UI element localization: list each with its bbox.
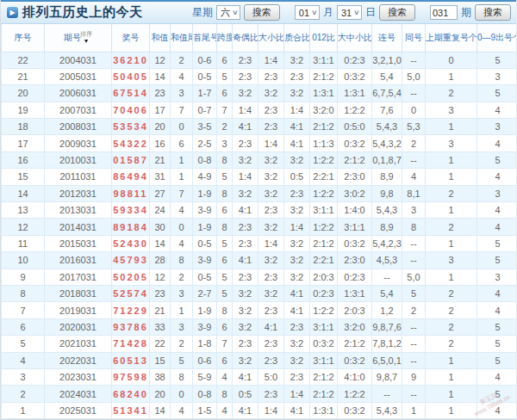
cell-digit-count: 3 bbox=[477, 185, 517, 201]
cell-big-mid-small: 2:0:3 bbox=[338, 302, 372, 318]
cell-first-last: 3-9 bbox=[193, 318, 217, 335]
table-row: 72019031712292111-983:22:34:11:2:22:0:31… bbox=[2, 302, 517, 318]
month-select[interactable]: 01 ∨ bbox=[295, 5, 320, 20]
cell-digit-count: 4 bbox=[477, 169, 517, 185]
cell-digit-count: 3 bbox=[477, 68, 517, 84]
cell-span: 7 bbox=[217, 102, 233, 118]
cell-same: -- bbox=[402, 352, 426, 368]
cell-odd-even: 2:3 bbox=[233, 269, 258, 285]
cell-prev-repeat: 2 bbox=[426, 336, 477, 352]
cell-big-small: 2:3 bbox=[258, 102, 284, 118]
week-select[interactable]: 六 ∨ bbox=[216, 5, 240, 20]
cell-big-small: 2:3 bbox=[258, 119, 284, 135]
cell-big-mid-small: 0:2:3 bbox=[338, 52, 372, 68]
chevron-down-icon: ∨ bbox=[353, 9, 360, 16]
cell-same: -- bbox=[402, 52, 426, 68]
cell-sum-tail: 4 bbox=[171, 402, 193, 418]
cell-prev-repeat: 3 bbox=[426, 252, 477, 269]
col-big-small: 大小比 bbox=[258, 24, 284, 52]
cell-digit-count: 4 bbox=[477, 368, 517, 385]
cell-big-mid-small: 0:3:2 bbox=[338, 402, 372, 418]
month-select-value: 01 bbox=[299, 8, 309, 18]
cell-odd-even: 0:5 bbox=[233, 386, 258, 402]
table-row: 132013031593342443-964:12:33:23:1:11:4:0… bbox=[2, 202, 517, 219]
pailie5-history-panel: ▶ 排列五历史上的今天 星期 六 ∨ 搜索 01 ∨ 月 31 ∨ 日 搜索 bbox=[0, 0, 517, 420]
cell-sum-tail: 3 bbox=[171, 318, 193, 335]
cell-digit-count: 4 bbox=[477, 402, 517, 418]
date-search-button[interactable]: 搜索 bbox=[379, 4, 415, 21]
cell-digit-count: 3 bbox=[477, 119, 517, 135]
cell-sum: 24 bbox=[150, 202, 171, 219]
cell-same: 5,0 bbox=[402, 68, 426, 84]
cell-consecutive: 3,2,1,0 bbox=[372, 52, 402, 68]
cell-issue: 2007031 bbox=[45, 102, 112, 118]
cell-prize: 70406 bbox=[112, 102, 150, 118]
cell-big-mid-small: 0:2:3 bbox=[338, 269, 372, 285]
cell-prev-repeat: 2 bbox=[426, 219, 477, 235]
issue-label: 期 bbox=[461, 5, 471, 20]
cell-prev-repeat: 1 bbox=[426, 68, 477, 84]
issue-input[interactable] bbox=[430, 5, 458, 20]
table-row: 32023031975983885-944:15:02:32:1:24:1:09… bbox=[2, 368, 517, 385]
cell-same: 9 bbox=[402, 368, 426, 385]
sort-arrow-icon: ▼ bbox=[84, 38, 90, 44]
cell-prime-composite: 3:2 bbox=[284, 269, 310, 285]
cell-prize: 68240 bbox=[112, 386, 150, 402]
cell-sum: 14 bbox=[150, 68, 171, 84]
cell-issue: 2014031 bbox=[45, 219, 112, 235]
cell-seq: 1 bbox=[2, 402, 45, 418]
cell-issue: 2009031 bbox=[45, 135, 112, 151]
cell-same: 5,0 bbox=[402, 269, 426, 285]
cell-consecutive: 5,4,3 bbox=[372, 202, 402, 219]
cell-same: -- bbox=[402, 386, 426, 402]
cell-consecutive: 5,4 bbox=[372, 68, 402, 84]
cell-seq: 17 bbox=[2, 135, 45, 151]
cell-prime-composite: 3:2 bbox=[284, 352, 310, 368]
cell-digit-count: 5 bbox=[477, 386, 517, 402]
cell-prize: 52430 bbox=[112, 235, 150, 251]
cell-span: 6 bbox=[217, 52, 233, 68]
cell-span: 5 bbox=[217, 269, 233, 285]
cell-sum: 23 bbox=[150, 85, 171, 102]
cell-012: 2:1:2 bbox=[310, 386, 338, 402]
cell-odd-even: 3:2 bbox=[233, 185, 258, 201]
cell-012: 1:2:2 bbox=[310, 151, 338, 168]
cell-digit-count: 5 bbox=[477, 52, 517, 68]
cell-odd-even: 4:1 bbox=[233, 402, 258, 418]
day-select-value: 31 bbox=[341, 8, 352, 18]
cell-span: 8 bbox=[217, 219, 233, 235]
cell-same: -- bbox=[402, 336, 426, 352]
cell-prize: 98811 bbox=[112, 185, 150, 201]
cell-prime-composite: 3:2 bbox=[284, 252, 310, 269]
cell-012: 3:1:1 bbox=[310, 52, 338, 68]
cell-issue: 2008031 bbox=[45, 119, 112, 135]
cell-012: 1:3:1 bbox=[310, 85, 338, 102]
day-select[interactable]: 31 ∨ bbox=[337, 5, 362, 20]
cell-digit-count: 5 bbox=[477, 151, 517, 168]
issue-search-button[interactable]: 搜索 bbox=[475, 4, 511, 21]
cell-sum: 16 bbox=[150, 135, 171, 151]
table-row: 202006031675142331-763:23:23:21:3:11:3:1… bbox=[2, 85, 517, 102]
cell-big-mid-small: 0:3:2 bbox=[338, 352, 372, 368]
cell-prev-repeat: 1 bbox=[426, 368, 477, 385]
cell-sum: 33 bbox=[150, 318, 171, 335]
table-body: 222004031362101220-662:31:43:23:1:10:2:3… bbox=[2, 52, 517, 419]
cell-span: 8 bbox=[217, 302, 233, 318]
col-sum: 和值 bbox=[150, 24, 171, 52]
cell-prime-composite: 4:1 bbox=[284, 302, 310, 318]
cell-odd-even: 4:1 bbox=[233, 252, 258, 269]
cell-big-small: 2:3 bbox=[258, 352, 284, 368]
cell-big-mid-small: 0:3:2 bbox=[338, 235, 372, 251]
cell-odd-even: 1:4 bbox=[233, 102, 258, 118]
cell-big-mid-small: 2:1:2 bbox=[338, 151, 372, 168]
table-row: 12025031513411441-544:11:44:11:3:10:3:25… bbox=[2, 402, 517, 418]
cell-seq: 12 bbox=[2, 219, 45, 235]
cell-first-last: 0-8 bbox=[193, 151, 217, 168]
cell-big-small: 2:3 bbox=[258, 336, 284, 352]
sort-control[interactable]: 排序 ▼ bbox=[80, 31, 92, 44]
table-row: 92017031502051220-552:32:33:22:0:30:2:3-… bbox=[2, 269, 517, 285]
cell-big-small: 2:3 bbox=[258, 386, 284, 402]
week-search-button[interactable]: 搜索 bbox=[244, 4, 280, 21]
col-digit-count: 0—9出号个数 bbox=[477, 24, 517, 52]
cell-sum-tail: 4 bbox=[171, 202, 193, 219]
